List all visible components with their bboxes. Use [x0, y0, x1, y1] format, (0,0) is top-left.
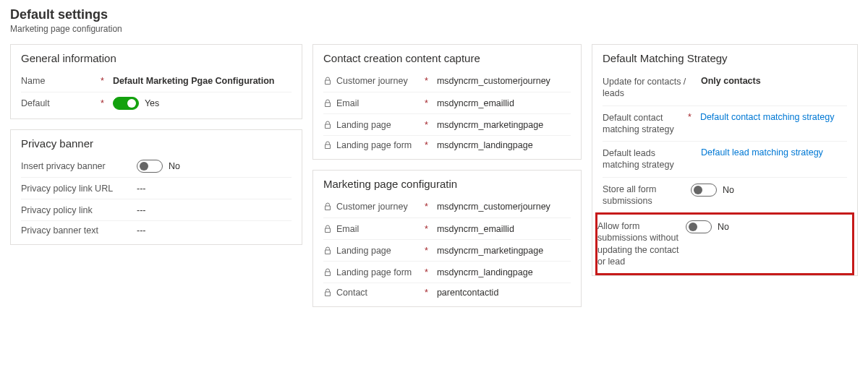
config-row: Email * msdyncrm_emaillid: [323, 217, 571, 239]
capture-label: Customer journey: [336, 76, 408, 86]
lock-icon: [323, 121, 332, 129]
required-indicator: *: [425, 140, 428, 150]
capture-title: Contact creation content capture: [323, 52, 571, 64]
capture-row: Email * msdyncrm_emaillid: [323, 92, 571, 113]
capture-label: Email: [336, 98, 359, 108]
lock-icon: [323, 202, 332, 211]
privacy-text-row: Privacy banner text ---: [21, 220, 292, 244]
required-indicator: *: [425, 98, 428, 108]
update-for-row: Update for contacts / leads Only contact…: [603, 70, 847, 105]
lock-icon: [323, 246, 332, 255]
default-contact-value[interactable]: Default contact matching strategy: [700, 112, 835, 122]
insert-privacy-toggle[interactable]: No: [137, 160, 180, 173]
lock-icon: [323, 77, 332, 85]
required-indicator: *: [425, 246, 428, 256]
config-value[interactable]: msdyncrm_customerjourney: [437, 202, 550, 212]
required-indicator: *: [425, 224, 428, 234]
lock-icon: [323, 99, 332, 108]
config-row: Customer journey * msdyncrm_customerjour…: [323, 196, 571, 217]
privacy-link-value[interactable]: ---: [137, 205, 146, 215]
required-indicator: *: [101, 76, 104, 86]
privacy-title: Privacy banner: [21, 137, 292, 150]
config-value[interactable]: parentcontactid: [437, 288, 498, 298]
lock-icon: [323, 288, 332, 297]
config-value[interactable]: msdyncrm_landingpage: [437, 267, 533, 277]
default-row: Default * Yes: [21, 92, 292, 118]
capture-row: Customer journey * msdyncrm_customerjour…: [323, 70, 571, 92]
config-value[interactable]: msdyncrm_marketingpage: [437, 246, 543, 256]
update-for-label: Update for contacts / leads: [603, 76, 688, 100]
lock-icon: [323, 225, 332, 233]
default-label: Default: [21, 98, 50, 108]
default-leads-value[interactable]: Default lead matching strategy: [701, 147, 823, 158]
required-indicator: *: [688, 112, 692, 122]
general-title: General information: [21, 52, 292, 64]
page-title: Default settings: [10, 7, 858, 22]
config-label: Contact: [336, 288, 367, 298]
capture-row: Landing page * msdyncrm_marketingpage: [323, 113, 571, 135]
required-indicator: *: [425, 202, 428, 212]
default-leads-label: Default leads matching strategy: [603, 147, 688, 171]
privacy-url-row: Privacy policy link URL ---: [21, 177, 292, 199]
default-toggle[interactable]: Yes: [113, 97, 159, 110]
privacy-link-row: Privacy policy link ---: [21, 199, 292, 220]
insert-privacy-label: Insert privacy banner: [21, 161, 106, 171]
config-title: Marketing page configuratin: [323, 178, 571, 190]
lock-icon: [323, 268, 332, 277]
update-for-value[interactable]: Only contacts: [701, 76, 761, 86]
store-all-label: Store all form submissions: [603, 184, 688, 207]
insert-privacy-row: Insert privacy banner No: [21, 155, 292, 177]
privacy-url-value[interactable]: ---: [137, 184, 146, 194]
marketing-config-card: Marketing page configuratin Customer jou…: [312, 170, 582, 307]
required-indicator: *: [425, 76, 428, 86]
required-indicator: *: [425, 288, 428, 298]
required-indicator: *: [425, 267, 428, 277]
allow-form-row: Allow form submissions without updating …: [595, 212, 854, 275]
allow-form-label: Allow form submissions without updating …: [597, 220, 683, 267]
privacy-text-value[interactable]: ---: [137, 225, 146, 236]
capture-label: Landing page form: [336, 140, 412, 150]
config-row: Landing page * msdyncrm_marketingpage: [323, 239, 571, 261]
required-indicator: *: [425, 120, 428, 130]
allow-form-toggle[interactable]: No: [686, 220, 729, 233]
store-all-row: Store all form submissions No: [603, 177, 847, 213]
capture-value[interactable]: msdyncrm_marketingpage: [437, 120, 543, 130]
name-label: Name: [21, 76, 45, 86]
capture-value[interactable]: msdyncrm_emaillid: [437, 98, 514, 108]
config-value[interactable]: msdyncrm_emaillid: [437, 224, 514, 234]
config-row: Contact * parentcontactid: [323, 283, 571, 306]
general-information-card: General information Name * Default Marke…: [10, 44, 302, 119]
default-leads-row: Default leads matching strategy Default …: [603, 141, 847, 177]
privacy-banner-card: Privacy banner Insert privacy banner No …: [10, 129, 302, 245]
privacy-text-label: Privacy banner text: [21, 225, 98, 236]
default-contact-label: Default contact matching strategy: [603, 112, 688, 136]
contact-capture-card: Contact creation content capture Custome…: [312, 44, 582, 160]
config-row: Landing page form * msdyncrm_landingpage: [323, 261, 571, 283]
config-label: Landing page form: [336, 267, 412, 277]
privacy-url-label: Privacy policy link URL: [21, 184, 113, 194]
config-label: Email: [336, 224, 359, 234]
capture-value[interactable]: msdyncrm_landingpage: [437, 140, 533, 150]
capture-row: Landing page form * msdyncrm_landingpage: [323, 135, 571, 159]
page-subtitle: Marketing page configuration: [10, 24, 858, 34]
name-value[interactable]: Default Marketing Pgae Configuration: [113, 76, 275, 86]
required-indicator: *: [101, 98, 104, 108]
name-row: Name * Default Marketing Pgae Configurat…: [21, 70, 292, 92]
capture-label: Landing page: [336, 120, 391, 130]
config-label: Landing page: [336, 246, 391, 256]
privacy-link-label: Privacy policy link: [21, 205, 93, 215]
matching-title: Default Matching Strategy: [603, 52, 847, 64]
capture-value[interactable]: msdyncrm_customerjourney: [437, 76, 550, 86]
matching-strategy-card: Default Matching Strategy Update for con…: [592, 44, 858, 276]
config-label: Customer journey: [336, 202, 408, 212]
store-all-toggle[interactable]: No: [691, 184, 734, 197]
default-contact-row: Default contact matching strategy * Defa…: [603, 105, 847, 142]
lock-icon: [323, 141, 332, 150]
